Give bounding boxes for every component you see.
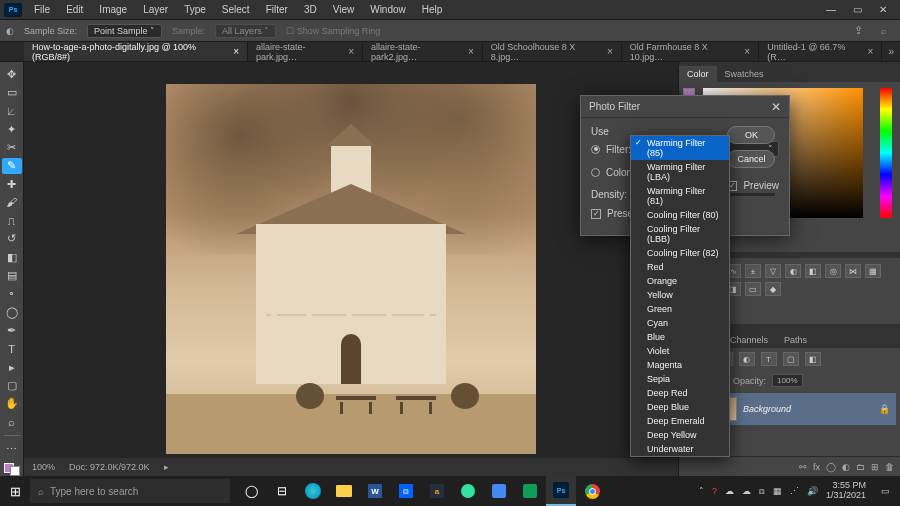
doc-tab-5[interactable]: Untitled-1 @ 66.7% (R…× (759, 42, 882, 61)
eraser-tool[interactable]: ◧ (2, 249, 22, 265)
filter-option[interactable]: Blue (631, 330, 729, 344)
doc-tab-close-icon[interactable]: × (233, 46, 239, 57)
hand-tool[interactable]: ✋ (2, 396, 22, 412)
zoom-tool[interactable]: ⌕ (2, 414, 22, 430)
taskbar-search[interactable]: ⌕ Type here to search (30, 479, 230, 503)
filter-type-icon[interactable]: T (761, 352, 777, 366)
menu-help[interactable]: Help (414, 2, 451, 17)
start-button[interactable]: ⊞ (0, 476, 30, 506)
filter-option[interactable]: Warming Filter (81) (631, 184, 729, 208)
delete-layer-icon[interactable]: 🗑 (885, 462, 894, 472)
explorer-icon[interactable] (329, 476, 359, 506)
tab-channels[interactable]: Channels (722, 332, 776, 348)
amazon-icon[interactable]: a (422, 476, 452, 506)
tab-swatches[interactable]: Swatches (717, 66, 772, 82)
doc-tab-close-icon[interactable]: × (348, 46, 354, 57)
tray-onedrive-icon[interactable]: ☁ (742, 486, 751, 496)
filter-shape-icon[interactable]: ▢ (783, 352, 799, 366)
filter-option[interactable]: Underwater (631, 442, 729, 456)
menu-select[interactable]: Select (214, 2, 258, 17)
doc-tab-2[interactable]: allaire-state-park2.jpg…× (363, 42, 483, 61)
gradient-tool[interactable]: ▤ (2, 267, 22, 283)
eyedropper-tool[interactable]: ✎ (2, 158, 22, 174)
marquee-tool[interactable]: ▭ (2, 84, 22, 100)
tray-wifi-icon[interactable]: ⋰ (790, 486, 799, 496)
crop-tool[interactable]: ✂ (2, 139, 22, 155)
adj-selective-icon[interactable]: ◆ (765, 282, 781, 296)
search-icon[interactable]: ⌕ (881, 26, 886, 36)
dropbox-icon[interactable]: ⧈ (391, 476, 421, 506)
adj-lookup-icon[interactable]: ▦ (865, 264, 881, 278)
link-layers-icon[interactable]: ⚯ (799, 462, 807, 472)
doc-tab-0[interactable]: How-to-age-a-photo-digitally.jpg @ 100% … (24, 42, 248, 61)
document-canvas[interactable] (166, 84, 536, 454)
menu-view[interactable]: View (325, 2, 363, 17)
filter-option[interactable]: Green (631, 302, 729, 316)
zoom-level[interactable]: 100% (32, 462, 55, 472)
chrome-icon[interactable] (577, 476, 607, 506)
history-brush-tool[interactable]: ↺ (2, 231, 22, 247)
blur-tool[interactable]: ∘ (2, 286, 22, 302)
share-icon[interactable]: ⇪ (854, 24, 863, 37)
dodge-tool[interactable]: ◯ (2, 304, 22, 320)
doc-tab-close-icon[interactable]: × (607, 46, 613, 57)
menu-edit[interactable]: Edit (58, 2, 91, 17)
new-layer-icon[interactable]: ⊞ (871, 462, 879, 472)
lasso-tool[interactable]: ⟀ (2, 103, 22, 119)
filter-option[interactable]: Sepia (631, 372, 729, 386)
doc-tabs-overflow[interactable]: » (882, 46, 900, 57)
adj-vibrance-icon[interactable]: ▽ (765, 264, 781, 278)
filter-option[interactable]: Violet (631, 344, 729, 358)
adj-hue-icon[interactable]: ◐ (785, 264, 801, 278)
menu-window[interactable]: Window (362, 2, 414, 17)
healing-tool[interactable]: ✚ (2, 176, 22, 192)
opacity-field[interactable]: 100% (772, 374, 802, 387)
filter-option[interactable]: Warming Filter (85) (631, 136, 729, 160)
pen-tool[interactable]: ✒ (2, 322, 22, 338)
layer-fx-icon[interactable]: fx (813, 462, 820, 472)
move-tool[interactable]: ✥ (2, 66, 22, 82)
doc-tab-3[interactable]: Old Schoolhouse 8 X 8.jpg…× (483, 42, 622, 61)
lock-icon[interactable]: 🔒 (879, 404, 890, 414)
tray-cloud-icon[interactable]: ☁ (725, 486, 734, 496)
filter-option[interactable]: Deep Yellow (631, 428, 729, 442)
menu-image[interactable]: Image (91, 2, 135, 17)
doc-tab-4[interactable]: Old Farmhouse 8 X 10.jpg…× (622, 42, 759, 61)
layer-mask-icon[interactable]: ◯ (826, 462, 836, 472)
shape-tool[interactable]: ▢ (2, 377, 22, 393)
tray-overflow-icon[interactable]: ˄ (699, 486, 704, 496)
new-adj-layer-icon[interactable]: ◐ (842, 462, 850, 472)
cancel-button[interactable]: Cancel (727, 150, 775, 168)
show-sampling-ring-checkbox[interactable]: ☐ Show Sampling Ring (286, 26, 380, 36)
tray-help-icon[interactable]: ? (712, 486, 717, 496)
adj-bw-icon[interactable]: ◧ (805, 264, 821, 278)
ok-button[interactable]: OK (727, 126, 775, 144)
filter-option[interactable]: Cooling Filter (LBB) (631, 222, 729, 246)
menu-type[interactable]: Type (176, 2, 214, 17)
adj-mixer-icon[interactable]: ⋈ (845, 264, 861, 278)
filter-option[interactable]: Deep Red (631, 386, 729, 400)
sample-size-dropdown[interactable]: Point Sample ˅ (87, 24, 162, 38)
new-group-icon[interactable]: 🗀 (856, 462, 865, 472)
adj-photo-filter-icon[interactable]: ◎ (825, 264, 841, 278)
hue-slider[interactable] (880, 88, 892, 218)
filter-option[interactable]: Cooling Filter (82) (631, 246, 729, 260)
filter-option[interactable]: Magenta (631, 358, 729, 372)
minimize-button[interactable]: — (824, 4, 838, 15)
filter-option[interactable]: Deep Blue (631, 400, 729, 414)
notifications-icon[interactable]: ▭ (874, 480, 896, 502)
menu-3d[interactable]: 3D (296, 2, 325, 17)
path-select-tool[interactable]: ▸ (2, 359, 22, 375)
type-tool[interactable]: T (2, 341, 22, 357)
word-icon[interactable]: W (360, 476, 390, 506)
quick-select-tool[interactable]: ✦ (2, 121, 22, 137)
menu-layer[interactable]: Layer (135, 2, 176, 17)
app-green-icon[interactable] (515, 476, 545, 506)
status-more-icon[interactable]: ▸ (164, 462, 169, 472)
menu-filter[interactable]: Filter (258, 2, 296, 17)
dialog-close-button[interactable]: ✕ (771, 100, 781, 114)
adj-exposure-icon[interactable]: ± (745, 264, 761, 278)
menu-file[interactable]: File (26, 2, 58, 17)
tray-dropbox-icon[interactable]: ⧈ (759, 486, 765, 497)
photoshop-task-icon[interactable]: Ps (546, 476, 576, 506)
